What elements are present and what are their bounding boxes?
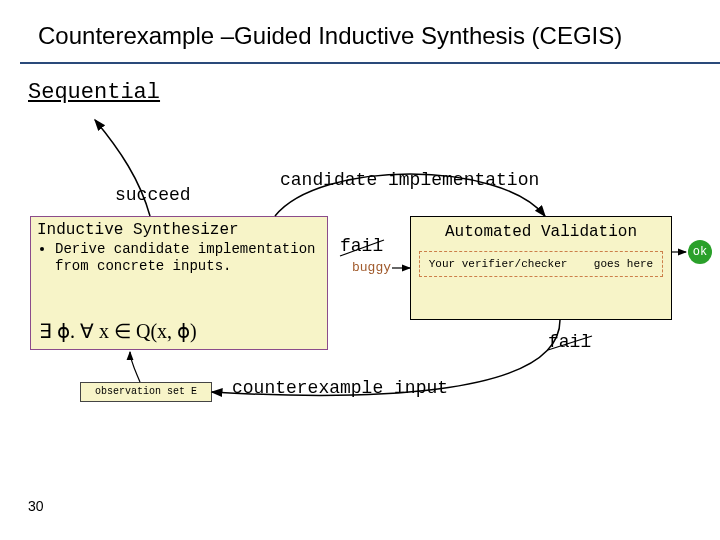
synthesizer-bullet: Derive candidate implementation from con…: [55, 241, 321, 275]
succeed-label: succeed: [115, 185, 191, 205]
automated-validation-box: Automated Validation Your verifier/check…: [410, 216, 672, 320]
validation-title: Automated Validation: [419, 223, 663, 241]
validation-inner-right: goes here: [594, 258, 653, 270]
subheading: Sequential: [28, 80, 160, 105]
fail-label-top: fail: [340, 236, 383, 256]
forall-symbol: ∀: [80, 320, 94, 342]
ok-badge: ok: [688, 240, 712, 264]
slide-title: Counterexample –Guided Inductive Synthes…: [38, 22, 622, 50]
fail-label-bottom: fail: [548, 332, 591, 352]
formula-tail: x ∈ Q(x, ϕ): [94, 320, 197, 342]
exists-symbol: ∃: [39, 320, 52, 342]
candidate-implementation-label: candidate implementation: [280, 170, 539, 190]
synthesizer-bullets: Derive candidate implementation from con…: [41, 241, 321, 275]
page-number: 30: [28, 498, 44, 514]
observation-arrow: [130, 352, 140, 382]
validation-inner-left: Your verifier/checker: [429, 258, 568, 270]
validation-inner: Your verifier/checker goes here: [419, 251, 663, 277]
observation-set-box: observation set E: [80, 382, 212, 402]
counterexample-label: counterexample input: [232, 378, 448, 398]
synthesizer-title: Inductive Synthesizer: [37, 221, 321, 239]
title-underline: [20, 62, 720, 64]
inductive-synthesizer-box: Inductive Synthesizer Derive candidate i…: [30, 216, 328, 350]
phi-dot: ϕ.: [52, 320, 80, 342]
synthesizer-formula: ∃ ϕ. ∀ x ∈ Q(x, ϕ): [39, 319, 197, 343]
buggy-label: buggy: [352, 260, 391, 275]
